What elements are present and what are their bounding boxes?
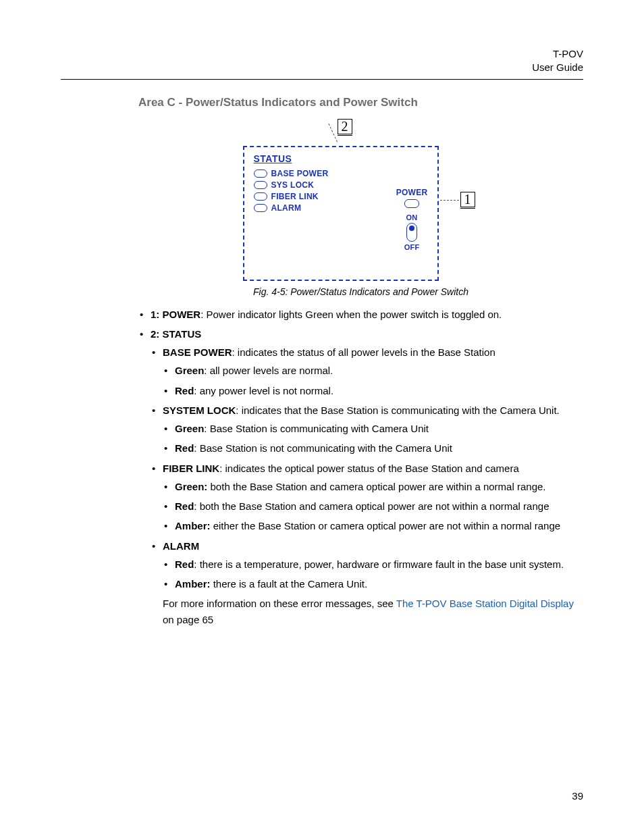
callout-1-number: 1 [460,192,475,207]
list-item: Red: Base Station is not communicating w… [163,440,583,456]
switch-on-label: ON [396,213,428,221]
item-label: SYSTEM LOCK [163,405,236,416]
header-doc: User Guide [61,61,583,74]
page-number: 39 [572,790,583,802]
bullet-list: 1: POWER: Power indicator lights Green w… [138,307,583,627]
content: Area C - Power/Status Indicators and Pow… [138,96,583,627]
item-text: : indicates the status of all power leve… [232,346,495,358]
header-rule [61,79,583,80]
power-switch-icon [406,223,417,242]
led-icon [254,204,267,212]
sub-list: Green: Base Station is communicating wit… [163,421,583,457]
page-header: T-POV User Guide [61,47,583,75]
cross-ref-link[interactable]: The T-POV Base Station Digital Display [396,598,574,609]
led-base-power: BASE POWER [254,169,431,178]
power-label: POWER [396,188,428,197]
callout-2-leader [328,123,338,142]
list-item: FIBER LINK: indicates the optical power … [151,461,583,534]
led-label: FIBER LINK [271,192,319,201]
callout-1-leader [440,200,459,201]
item-label: FIBER LINK [163,463,219,474]
status-title: STATUS [254,153,292,164]
power-led-icon [404,199,419,208]
footer-note: For more information on these error mess… [163,596,583,627]
led-label: ALARM [271,203,302,213]
item-label: ALARM [163,540,199,552]
led-icon [254,170,267,178]
led-icon [254,181,267,189]
sub-list: Green: both the Base Station and camera … [163,479,583,534]
list-item: Red: there is a temperature, power, hard… [163,556,583,572]
figure-caption: Fig. 4-5: Power/Status Indicators and Po… [138,286,583,297]
callout-2: 2 [338,119,352,136]
page: T-POV User Guide Area C - Power/Status I… [0,0,644,834]
item-text: : indicates that the Base Station is com… [236,405,559,416]
sub-list: Green: all power levels are normal. Red:… [163,363,583,398]
list-item: Amber: there is a fault at the Camera Un… [163,576,583,592]
item-text: : indicates the optical power status of … [219,463,519,474]
item-text: : Power indicator lights Green when the … [200,309,502,320]
list-item: Red: any power level is not normal. [163,383,583,398]
footer-post: on page 65 [163,614,213,625]
header-product: T-POV [61,47,583,61]
led-icon [254,192,267,201]
footer-pre: For more information on these error mess… [163,598,396,609]
list-item: 2: STATUS BASE POWER: indicates the stat… [138,326,583,627]
list-item: ALARM Red: there is a temperature, power… [151,538,583,627]
led-label: SYS LOCK [271,180,315,190]
list-item: BASE POWER: indicates the status of all … [151,344,583,398]
callout-1: 1 [460,192,475,209]
switch-off-label: OFF [396,243,428,251]
item-label: 1: POWER [151,309,200,320]
item-label: BASE POWER [163,346,232,358]
led-label: BASE POWER [271,169,329,178]
figure-area: 2 STATUS BASE POWER SYS LOCK [138,119,583,281]
sub-list: Red: there is a temperature, power, hard… [163,556,583,592]
list-item: Amber: either the Base Station or camera… [163,518,583,533]
callout-2-number: 2 [338,119,352,134]
list-item: Green: all power levels are normal. [163,363,583,378]
list-item: Green: Base Station is communicating wit… [163,421,583,436]
list-item: SYSTEM LOCK: indicates that the Base Sta… [151,402,583,457]
item-label: 2: STATUS [151,328,201,340]
diagram: 2 STATUS BASE POWER SYS LOCK [243,119,479,281]
section-heading: Area C - Power/Status Indicators and Pow… [138,96,583,109]
sub-list: BASE POWER: indicates the status of all … [151,344,583,627]
power-block: POWER ON OFF [396,188,428,251]
status-panel: STATUS BASE POWER SYS LOCK FIBER LINK [243,146,439,281]
list-item: 1: POWER: Power indicator lights Green w… [138,307,583,322]
list-item: Green: both the Base Station and camera … [163,479,583,494]
list-item: Red: both the Base Station and camera op… [163,498,583,514]
